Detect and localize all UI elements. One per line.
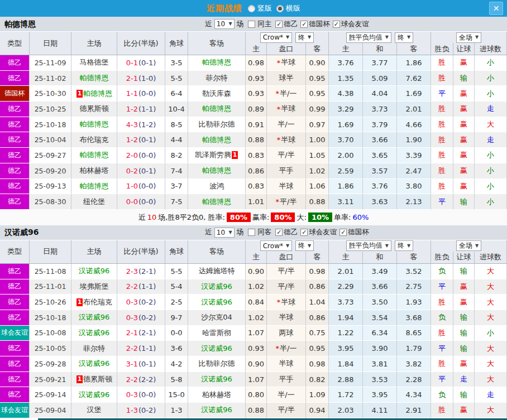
away-team-cell: 比勒菲尔德 — [188, 356, 246, 372]
league-checkbox[interactable]: ✓ — [339, 229, 347, 236]
league-checkbox[interactable]: ✓ — [275, 21, 283, 28]
final-odds-select[interactable]: 终▼ — [295, 240, 314, 251]
vertical-layout-radio[interactable] — [248, 5, 255, 12]
league-checkbox[interactable]: ✓ — [300, 229, 308, 236]
chevron-down-icon: ▼ — [286, 244, 289, 248]
rank-badge: 1 — [76, 90, 83, 98]
match-date: 25-10-18 — [30, 310, 71, 326]
away-team-name: 比勒菲尔德 — [199, 119, 235, 129]
table-header: 类型 日期 主场 比分(半场) 角球 客场 Crow*▼ 终▼ 胜平负均值▼ 终… — [0, 32, 507, 55]
result-cell: 胜 — [431, 148, 453, 163]
wdl-average-select[interactable]: 胜平负均值▼ — [346, 240, 391, 251]
games-label: 场 — [237, 228, 244, 237]
fulltime-score: 2-0 — [126, 151, 138, 160]
home-team-name: 纽伦堡 — [83, 197, 105, 207]
chevron-down-icon: ▼ — [308, 244, 311, 248]
avg-home-odds: 3.29 — [329, 102, 363, 117]
score-cell: 0-3(0-0) — [117, 387, 165, 403]
away-team-name: 达姆施塔特 — [199, 266, 235, 276]
avg-away-odds: 2.91 — [397, 403, 431, 418]
avg-away-odds: 7.62 — [397, 71, 431, 86]
home-odds: 0.93 — [246, 86, 267, 102]
home-team-name: 汉诺威96 — [79, 312, 110, 322]
summary-bar: 近10场,胜8平2负0, 胜率: 80% 赢率: 80% 大: 10% 单率: … — [0, 210, 507, 225]
subcol-avg-away: 客 — [397, 252, 431, 263]
league-label: 球会友谊 — [309, 228, 337, 237]
bookmaker-select[interactable]: Crow*▼ — [260, 32, 292, 43]
away-team-cell: 帕德博恩 — [188, 132, 246, 148]
chevron-down-icon: ▼ — [475, 35, 479, 40]
away-team-cell: 汉诺威96 — [188, 279, 246, 295]
avg-away-odds: 1.79 — [397, 341, 431, 356]
horizontal-layout-label: 横版 — [286, 3, 300, 13]
away-odds: 1.04 — [306, 295, 329, 310]
final-avg-select[interactable]: 终▼ — [395, 240, 413, 251]
home-odds: 0.91 — [246, 117, 267, 133]
corner-cell: 1-3 — [165, 403, 188, 418]
fulltime-score: 0-2 — [126, 167, 138, 175]
final-odds-select[interactable]: 终▼ — [295, 32, 314, 43]
summary-near: 近 — [138, 213, 146, 223]
home-team-name: 菲尔特 — [83, 344, 105, 354]
match-date: 25-09-04 — [30, 403, 71, 418]
goals-result-cell: 大 — [475, 279, 507, 295]
home-team-name: 帕德博恩 — [80, 181, 109, 191]
avg-draw-odds: 3.76 — [363, 179, 397, 195]
match-date: 25-09-27 — [30, 148, 71, 163]
result-cell: 平 — [431, 194, 453, 210]
wdl-average-select[interactable]: 胜平负均值▼ — [346, 32, 391, 43]
result-cell: 平 — [431, 341, 453, 356]
handicap-result-cell: 赢 — [453, 179, 475, 195]
halftime-score: (1-1) — [138, 344, 156, 353]
league-checkbox[interactable]: ✓ — [300, 21, 308, 28]
league-tag: 德乙 — [0, 117, 30, 133]
same-venue-label: 同主 — [257, 20, 271, 29]
chevron-down-icon: ▼ — [385, 35, 389, 40]
result-cell: 胜 — [431, 179, 453, 195]
score-cell: 2-1(2-1) — [117, 326, 165, 341]
match-date: 25-10-04 — [30, 132, 71, 148]
away-team-cell: 勒沃库森 — [188, 86, 246, 102]
home-team-name: 埃弗斯堡 — [80, 282, 109, 292]
bookmaker-select[interactable]: Crow*▼ — [260, 240, 292, 251]
home-team-cell: 柏林赫塔 — [71, 163, 117, 179]
corner-cell: 5-4 — [165, 279, 188, 295]
same-venue-checkbox[interactable] — [248, 21, 255, 28]
match-count-select[interactable]: 10▼ — [214, 228, 235, 238]
avg-home-odds: 3.95 — [329, 341, 363, 356]
result-cell: 胜 — [431, 117, 453, 133]
match-count-select[interactable]: 10▼ — [214, 19, 235, 29]
close-icon[interactable]: ✕ — [489, 2, 503, 15]
handicap-star: * — [276, 89, 280, 98]
league-checkbox[interactable]: ✓ — [275, 229, 283, 236]
league-filters: ✓德乙✓球会友谊✓德国杯 — [274, 228, 369, 237]
handicap-cell: 平/半 — [267, 279, 306, 295]
match-date: 25-11-01 — [30, 279, 71, 295]
fulltime-scope-select[interactable]: 全场▼ — [456, 32, 481, 43]
same-venue-label: 同客 — [257, 228, 271, 237]
score-cell: 1-2(0-1) — [117, 132, 165, 148]
horizontal-layout-radio[interactable] — [276, 5, 284, 12]
avg-group-header: 胜平负均值▼ 终▼ — [329, 240, 431, 252]
table-row: 德国杯25-10-301帕德博恩1-1(0-0)6-4勒沃库森0.93*半/一0… — [0, 86, 507, 102]
league-tag: 德乙 — [0, 102, 30, 117]
handicap-cell: 平手 — [267, 163, 306, 179]
league-tag: 德乙 — [0, 71, 30, 86]
final-avg-select[interactable]: 终▼ — [395, 32, 413, 43]
league-label: 德国杯 — [348, 228, 369, 237]
avg-draw-odds: 3.57 — [363, 163, 397, 179]
avg-home-odds: 2.00 — [329, 148, 363, 163]
fulltime-scope-select[interactable]: 全场▼ — [456, 240, 481, 251]
score-cell: 2-0(0-0) — [117, 148, 165, 163]
same-venue-checkbox[interactable] — [248, 229, 255, 236]
goals-result-cell: 小 — [475, 71, 507, 86]
league-checkbox[interactable]: ✓ — [333, 21, 340, 28]
avg-draw-odds: 3.54 — [363, 310, 397, 326]
near-label: 近 — [205, 20, 212, 29]
subcol-goals: 进球数 — [475, 43, 507, 55]
avg-home-odds: 3.11 — [329, 194, 363, 210]
avg-away-odds: 2.01 — [397, 102, 431, 117]
match-date: 25-11-09 — [30, 55, 71, 71]
home-team-name: 帕德博恩 — [80, 73, 109, 83]
subcol-odds-home: 主 — [246, 252, 267, 263]
